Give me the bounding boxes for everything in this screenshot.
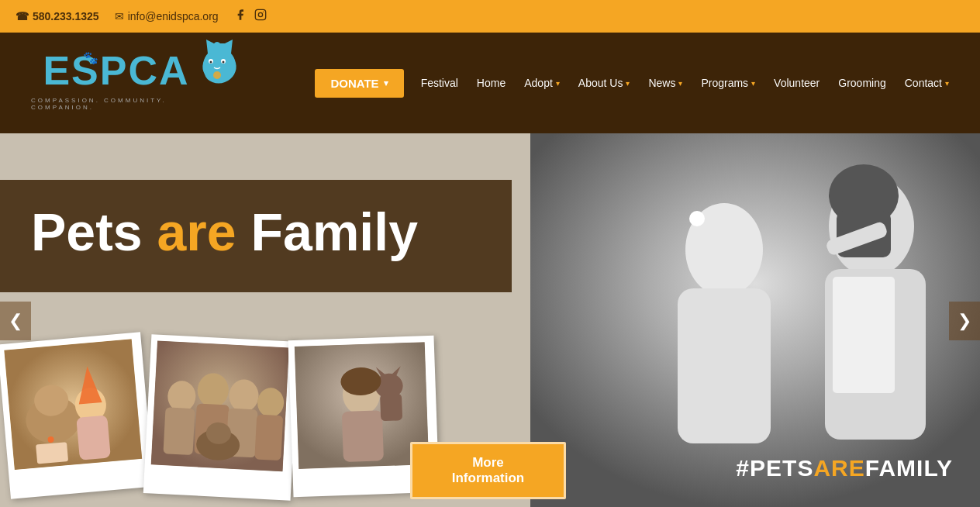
- nav-volunteer[interactable]: Volunteer: [766, 71, 827, 95]
- facebook-icon[interactable]: [234, 9, 247, 24]
- svg-rect-45: [380, 393, 402, 421]
- nav-adopt[interactable]: Adopt ▾: [516, 71, 568, 95]
- nav-home[interactable]: Home: [469, 71, 513, 95]
- adopt-chevron-icon: ▾: [556, 79, 560, 88]
- nav-grooming[interactable]: Grooming: [830, 71, 893, 95]
- svg-rect-0: [255, 9, 265, 19]
- svg-point-6: [222, 61, 224, 64]
- svg-rect-43: [342, 410, 384, 462]
- svg-rect-11: [678, 288, 771, 443]
- phone-number: ☎ 580.233.1325: [16, 10, 99, 22]
- hero-section: Pets are Family: [0, 133, 980, 507]
- nav-links: DONATE ▾ Festival Home Adopt ▾ About Us …: [315, 69, 957, 98]
- logo-text: ESPCA: [43, 47, 189, 94]
- svg-rect-24: [76, 415, 111, 460]
- svg-point-7: [213, 71, 221, 79]
- polaroid-photo-2: [143, 334, 298, 501]
- contact-chevron-icon: ▾: [945, 79, 949, 88]
- cat-logo-icon: [194, 40, 240, 94]
- email-icon: ✉: [115, 10, 124, 22]
- nav-programs[interactable]: Programs ▾: [693, 71, 763, 95]
- carousel-next-button[interactable]: ❯: [949, 302, 980, 340]
- top-bar: ☎ 580.233.1325 ✉ info@enidspca.org: [0, 0, 980, 33]
- news-chevron-icon: ▾: [678, 79, 682, 88]
- nav-festival[interactable]: Festival: [413, 71, 466, 95]
- hashtag-text: #PETSAREFAMILY: [736, 455, 953, 481]
- instagram-icon[interactable]: [254, 9, 267, 24]
- logo[interactable]: ESPCA 🐾 COMPASSION. COMMUNITY. COMPANION…: [23, 40, 209, 126]
- hero-headline: Pets are Family: [31, 203, 481, 261]
- nav-about-us[interactable]: About Us ▾: [571, 71, 638, 95]
- email-link[interactable]: ✉ info@enidspca.org: [115, 10, 219, 22]
- svg-rect-26: [36, 442, 68, 464]
- nav-news[interactable]: News ▾: [640, 71, 690, 95]
- more-information-button[interactable]: More Information: [410, 442, 566, 499]
- svg-point-5: [209, 61, 212, 64]
- svg-rect-18: [833, 277, 895, 393]
- social-links: [234, 9, 267, 24]
- hero-bg-right: [530, 133, 980, 507]
- svg-rect-34: [163, 407, 195, 455]
- svg-point-1: [258, 12, 262, 16]
- nav-contact[interactable]: Contact ▾: [897, 71, 957, 95]
- donate-button[interactable]: DONATE ▾: [315, 69, 403, 98]
- phone-icon: ☎: [16, 10, 29, 22]
- svg-point-2: [263, 12, 264, 12]
- hero-headline-box: Pets are Family: [0, 180, 512, 292]
- programs-chevron-icon: ▾: [751, 79, 755, 88]
- logo-tagline: COMPASSION. COMMUNITY. COMPANION.: [31, 97, 202, 111]
- paw-icon: 🐾: [83, 50, 98, 65]
- polaroid-photo-1: [0, 332, 154, 498]
- hero-family-photo: [530, 133, 980, 507]
- svg-rect-37: [254, 414, 283, 460]
- svg-point-16: [689, 211, 705, 226]
- navbar: ESPCA 🐾 COMPASSION. COMMUNITY. COMPANION…: [0, 33, 980, 133]
- about-chevron-icon: ▾: [626, 79, 630, 88]
- donate-chevron-icon: ▾: [384, 78, 388, 88]
- carousel-prev-button[interactable]: ❮: [0, 302, 31, 340]
